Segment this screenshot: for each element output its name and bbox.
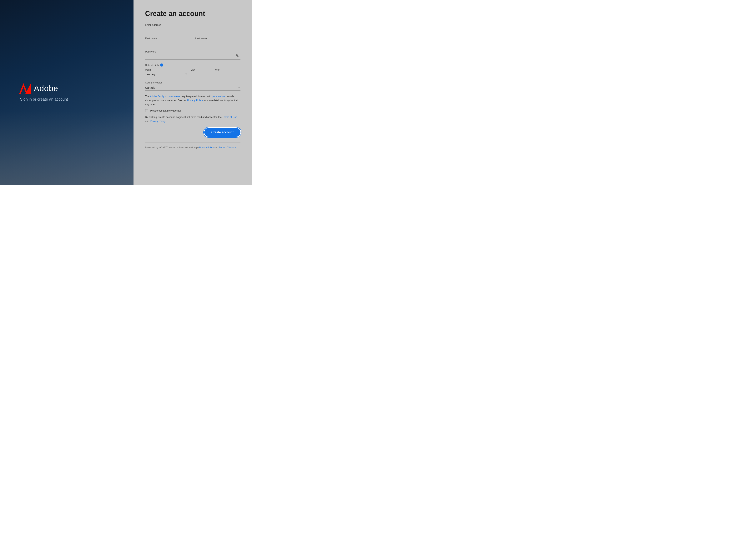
year-field-group: Year	[215, 68, 240, 77]
consent-text-part1: The	[145, 95, 150, 98]
create-account-button[interactable]: Create account	[204, 128, 240, 137]
adobe-logo-text: Adobe	[34, 84, 58, 93]
lastname-field-group: Last name	[195, 37, 240, 46]
dob-info-icon[interactable]: i	[160, 63, 163, 66]
country-select[interactable]: Canada United States United Kingdom Aust…	[145, 85, 240, 90]
recaptcha-privacy-link[interactable]: Privacy Policy	[199, 146, 214, 149]
lastname-input[interactable]	[195, 40, 240, 46]
consent-text: The Adobe family of companies may keep m…	[145, 94, 240, 106]
personalized-link[interactable]: personalized	[212, 95, 226, 98]
tagline: Sign in or create an account	[20, 97, 134, 101]
country-label: Country/Region	[145, 81, 240, 84]
lastname-label: Last name	[195, 37, 240, 40]
firstname-label: First name	[145, 37, 191, 40]
password-input[interactable]	[145, 54, 240, 60]
right-panel: Create an account Email address First na…	[134, 0, 252, 185]
recaptcha-text: Protected by reCAPTCHA and subject to th…	[145, 146, 240, 149]
password-label: Password	[145, 50, 240, 53]
password-wrapper	[145, 54, 240, 60]
firstname-input[interactable]	[145, 40, 191, 46]
recaptcha-text-part1: Protected by reCAPTCHA and subject to th…	[145, 146, 199, 149]
privacy-policy-link-1[interactable]: Privacy Policy	[187, 99, 203, 102]
terms-text: By clicking Create account, I agree that…	[145, 115, 240, 123]
country-field-group: Country/Region Canada United States Unit…	[145, 81, 240, 91]
checkbox-row: Please contact me via email	[145, 109, 240, 112]
privacy-policy-link-2[interactable]: Privacy Policy	[150, 120, 166, 122]
terms-text-part1: By clicking Create account, I agree that…	[145, 116, 222, 118]
toggle-password-icon[interactable]	[236, 54, 240, 58]
dob-label: Date of birth	[145, 64, 159, 66]
day-input[interactable]	[191, 71, 212, 77]
name-row: First name Last name	[145, 37, 240, 50]
contact-checkbox[interactable]	[145, 109, 148, 112]
terms-text-part3: .	[166, 120, 166, 122]
email-field-group: Email address	[145, 24, 240, 33]
email-input[interactable]	[145, 27, 240, 33]
form-title: Create an account	[145, 10, 240, 18]
day-field-group: Day	[191, 68, 212, 77]
password-field-group: Password	[145, 50, 240, 60]
year-input[interactable]	[215, 71, 240, 77]
consent-text-part2: may keep me informed with	[180, 95, 212, 98]
firstname-field-group: First name	[145, 37, 191, 46]
adobe-logo: Adobe	[19, 83, 134, 94]
day-label: Day	[191, 68, 212, 71]
left-panel: Adobe Sign in or create an account	[0, 0, 134, 185]
terms-of-use-link[interactable]: Terms of Use	[222, 116, 237, 118]
month-select[interactable]: January February March April May June Ju…	[145, 71, 187, 77]
adobe-family-link[interactable]: Adobe family of companies	[150, 95, 180, 98]
terms-text-part2: and	[145, 120, 150, 122]
recaptcha-terms-link[interactable]: Terms of Service	[219, 146, 236, 149]
month-select-wrapper: January February March April May June Ju…	[145, 71, 187, 77]
month-field-group: Month January February March April May J…	[145, 68, 187, 77]
adobe-icon	[19, 83, 31, 94]
checkbox-label[interactable]: Please contact me via email	[150, 109, 181, 112]
year-label: Year	[215, 68, 240, 71]
dob-label-row: Date of birth i	[145, 63, 240, 66]
create-btn-row: Create account	[145, 128, 240, 137]
country-select-wrapper: Canada United States United Kingdom Aust…	[145, 85, 240, 91]
dob-row: Month January February March April May J…	[145, 68, 240, 77]
dob-field-group: Date of birth i Month January February M…	[145, 63, 240, 77]
email-label: Email address	[145, 24, 240, 26]
month-label: Month	[145, 68, 187, 71]
recaptcha-text-part2: and	[213, 146, 219, 149]
